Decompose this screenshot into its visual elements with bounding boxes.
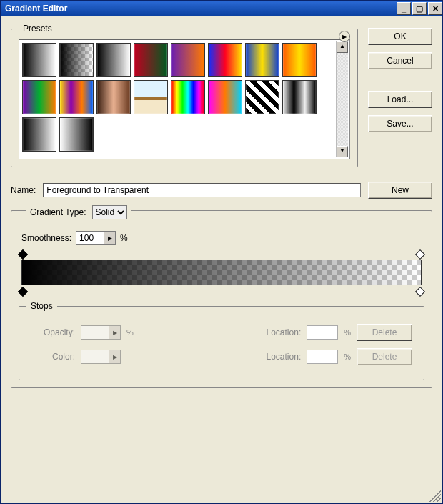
gradient-type-groupbox: Gradient Type: Solid Smoothness: ▶ % [11,210,432,388]
gradient-type-select[interactable]: Solid [92,205,127,219]
preset-blue-red-yellow[interactable] [208,43,242,77]
opacity-location-label: Location: [257,327,301,337]
color-input [81,350,109,363]
name-input[interactable] [43,183,361,197]
smoothness-flyout-icon[interactable]: ▶ [104,232,115,244]
preset-blue-yellow-blue[interactable] [245,43,279,77]
stops-groupbox: Stops Opacity: ▶ % Location: % Delete Co… [19,301,424,380]
preset-yellow-violet-orange-blue[interactable] [59,80,94,114]
gradient-preview[interactable] [21,260,422,285]
opacity-location-unit: % [344,328,351,337]
preset-violet-orange[interactable] [171,43,205,77]
color-location-input [307,350,338,364]
preset-orange-yellow-orange[interactable] [282,43,317,77]
color-stop-right[interactable] [416,287,424,297]
color-label: Color: [31,352,75,362]
gradient-editor-window: Gradient Editor _ ▢ ✕ Presets ▶ ▲ ▼ [0,0,443,504]
preset-fg-transparent[interactable] [59,43,94,77]
preset-black-white-soft[interactable] [96,43,131,77]
preset-violet-green-orange[interactable] [22,80,56,114]
presets-grid [21,41,336,157]
name-label: Name: [11,185,36,195]
smoothness-field[interactable]: ▶ [76,231,116,245]
preset-white-black[interactable] [59,117,94,152]
load-button[interactable]: Load... [368,91,432,108]
preset-black-white-alt[interactable] [282,80,317,114]
color-location-unit: % [344,352,351,361]
opacity-stop-right[interactable] [416,249,424,260]
opacity-flyout-icon: ▶ [109,326,120,339]
gradient-bar[interactable] [21,260,422,285]
preset-transparent-rainbow[interactable] [208,80,242,114]
resize-grip[interactable] [429,490,441,502]
presets-panel: ▲ ▼ [19,39,350,159]
preset-stripes-bw[interactable] [245,80,279,114]
smoothness-row: Smoothness: ▶ % [21,231,424,245]
smoothness-input[interactable] [76,232,104,244]
gradient-type-label: Gradient Type: [30,207,86,217]
scroll-track[interactable] [337,53,348,146]
color-delete-button: Delete [357,348,412,365]
smoothness-unit: % [120,233,128,243]
maximize-button[interactable]: ▢ [412,2,427,15]
scroll-up-button[interactable]: ▲ [337,41,348,53]
color-field: ▶ [81,350,121,364]
minimize-button[interactable]: _ [397,2,411,15]
ok-button[interactable]: OK [368,28,432,45]
presets-scrollbar[interactable]: ▲ ▼ [336,41,348,157]
opacity-label: Opacity: [31,327,75,337]
new-button[interactable]: New [368,182,432,199]
preset-black-white[interactable] [22,43,56,77]
save-button[interactable]: Save... [368,115,432,132]
preset-chrome[interactable] [134,80,168,114]
opacity-field: ▶ [81,325,121,340]
preset-spectrum[interactable] [171,80,205,114]
preset-black-white-dup[interactable] [22,117,56,152]
presets-groupbox: Presets ▶ ▲ ▼ [11,24,358,167]
color-stop-row: Color: ▶ % Location: % Delete [31,348,412,365]
color-flyout-icon: ▶ [109,350,120,363]
presets-menu-button[interactable]: ▶ [339,31,350,42]
smoothness-label: Smoothness: [21,233,71,243]
preset-copper[interactable] [96,80,131,114]
opacity-delete-button: Delete [357,324,412,341]
name-row: Name: New [11,182,432,199]
cancel-button[interactable]: Cancel [368,52,432,69]
opacity-location-input [307,325,338,340]
dialog-content: Presets ▶ ▲ ▼ OK Cancel Load... Save... [1,16,442,503]
color-location-label: Location: [257,352,301,362]
stops-legend: Stops [26,301,57,311]
scroll-down-button[interactable]: ▼ [337,146,348,157]
opacity-stop-row: Opacity: ▶ % Location: % Delete [31,324,412,341]
opacity-input [81,326,109,339]
dialog-buttons: OK Cancel Load... Save... [368,24,432,167]
opacity-unit: % [126,328,134,337]
opacity-stop-left[interactable] [19,249,27,260]
preset-red-green[interactable] [134,43,168,77]
presets-legend: Presets [19,24,56,34]
titlebar[interactable]: Gradient Editor _ ▢ ✕ [1,1,442,16]
window-title: Gradient Editor [5,4,67,14]
color-stop-left[interactable] [19,287,27,297]
close-button[interactable]: ✕ [428,2,442,15]
